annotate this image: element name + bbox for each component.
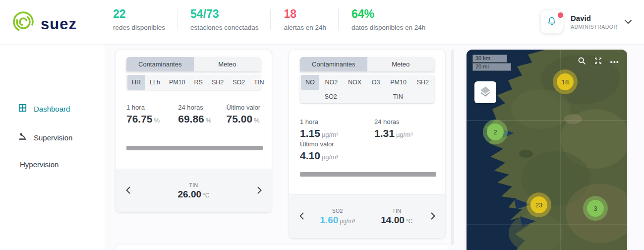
user-info[interactable]: David ADMINISTRADOR: [571, 14, 622, 30]
card1-stats: 1 hora 76.75% 24 horas 69.86% Último val…: [126, 104, 261, 125]
stat-24-horas: 24 horas 69.86%: [178, 104, 226, 125]
user-name: David: [571, 14, 622, 22]
tab-meteo[interactable]: Meteo: [194, 57, 261, 71]
stat-label: 1 hora: [126, 104, 178, 111]
param-chip-pm10[interactable]: PM10: [386, 75, 411, 90]
map-marker-cluster[interactable]: 2: [487, 124, 504, 140]
stat-24-horas: 24 horas 1.31µg/m³: [374, 118, 434, 139]
stat-alertas: 18 alertas en 24h: [284, 7, 338, 31]
tab-contaminantes[interactable]: Contaminantes: [300, 57, 367, 71]
tab-contaminantes[interactable]: Contaminantes: [126, 57, 194, 71]
chevron-left-icon: [299, 212, 304, 221]
param-chip-o3[interactable]: O3: [367, 75, 385, 90]
footer-value-tin: TIN 14.00°C: [367, 208, 427, 226]
bell-icon: [546, 16, 557, 28]
notifications-button[interactable]: [541, 10, 563, 33]
param-chip-so2[interactable]: SO2: [300, 90, 362, 103]
param-chip-no[interactable]: NO: [301, 75, 319, 90]
stat-value: 75.00%: [227, 113, 261, 125]
search-icon: [578, 57, 586, 66]
card2-footer: SO2 1.60µg/m³ TIN 14.00°C: [289, 194, 445, 238]
stat-alertas-value: 18: [284, 7, 326, 21]
stat-1-hora: 1 hora 76.75%: [126, 104, 178, 125]
suez-wordmark: suez: [41, 14, 77, 32]
param-chip-no2[interactable]: NO2: [321, 75, 343, 90]
sidebar-item-supervision[interactable]: Supervision: [18, 132, 72, 143]
stat-estaciones-value: 54/73: [190, 7, 258, 21]
chevron-left-icon: [126, 187, 130, 195]
vertical-scrollbar[interactable]: [451, 50, 454, 245]
map-panel[interactable]: 30 km 20 mi ••• 18 2 23 3: [467, 50, 627, 250]
prev-param-button[interactable]: [121, 185, 134, 197]
header-stats: 22 redes disponibles 54/73 estaciones co…: [113, 7, 437, 31]
station-card-1: Contaminantes Meteo HR LLh PM10 RS SH2 S…: [116, 50, 272, 212]
card2-stats: 1 hora 1.15µg/m³ 24 horas 1.31µg/m³ Últi…: [300, 118, 434, 162]
param-chip-nox[interactable]: NOX: [344, 75, 366, 90]
map-scale-mi: 20 mi: [472, 63, 511, 71]
suez-logo[interactable]: suez: [11, 9, 77, 36]
next-card-edge: [116, 245, 449, 250]
next-param-button[interactable]: [253, 185, 266, 197]
card2-tabbar: Contaminantes Meteo: [300, 57, 434, 71]
prev-param-button[interactable]: [295, 210, 308, 223]
sidebar-item-dashboard[interactable]: Dashboard: [18, 103, 70, 114]
satellite-map: [467, 50, 627, 250]
station-card-2: Contaminantes Meteo NO NO2 NOX O3 PM10 S…: [289, 50, 445, 238]
sidebar-item-label: Dashboard: [34, 105, 70, 113]
param-chip-rs[interactable]: RS: [190, 75, 207, 90]
map-marker-cluster[interactable]: 3: [587, 200, 604, 217]
stat-value: 76.75%: [126, 113, 178, 125]
stat-label: Último valor: [227, 104, 261, 111]
stat-datos-label: datos disponibles en 24h: [351, 24, 425, 31]
param-chip-tin[interactable]: TIN: [362, 90, 434, 103]
user-area: David ADMINISTRADOR: [541, 10, 634, 33]
param-chip-tin[interactable]: TIN: [249, 75, 268, 90]
user-menu-button[interactable]: [622, 15, 634, 28]
footer-param-label: SO2: [308, 208, 367, 214]
map-layers-button[interactable]: [474, 81, 496, 103]
param-chip-sh2[interactable]: SH2: [412, 75, 433, 90]
param-chip-pm10[interactable]: PM10: [165, 75, 190, 90]
map-marker-cluster[interactable]: 18: [557, 73, 574, 90]
stat-label: 24 horas: [178, 104, 226, 111]
stat-redes-value: 22: [113, 7, 165, 21]
map-scale-km: 30 km: [472, 55, 507, 62]
card1-progress-bar: [126, 146, 263, 150]
stat-ultimo-valor: Último valor 4.10µg/m³: [300, 140, 374, 162]
chevron-down-icon: [624, 17, 632, 26]
sidebar-item-label: Hypervision: [20, 160, 59, 169]
stat-redes-label: redes disponibles: [113, 24, 165, 31]
footer-param-label: TIN: [367, 208, 427, 214]
stat-divider: [270, 9, 271, 30]
stat-label: Último valor: [300, 140, 374, 148]
stat-label: 24 horas: [374, 118, 434, 125]
sidebar: Dashboard Supervision Hypervision: [0, 45, 105, 250]
sidebar-item-hypervision[interactable]: Hypervision: [20, 160, 59, 169]
map-marker-cluster[interactable]: 23: [530, 196, 547, 213]
map-toolbar: •••: [578, 57, 619, 66]
param-chip-so2[interactable]: SO2: [228, 75, 249, 90]
param-chip-hr[interactable]: HR: [127, 75, 145, 90]
map-search-button[interactable]: [578, 57, 586, 66]
user-role: ADMINISTRADOR: [571, 24, 622, 30]
map-more-button[interactable]: •••: [610, 58, 619, 65]
map-fullscreen-button[interactable]: [594, 57, 602, 66]
tab-meteo[interactable]: Meteo: [367, 57, 435, 71]
footer-param-label: TIN: [134, 182, 253, 188]
card2-progress-bar: [300, 172, 436, 177]
param-chip-llh[interactable]: LLh: [145, 75, 165, 90]
dashboard-grid-icon: [18, 103, 27, 114]
stat-estaciones: 54/73 estaciones conectadas: [190, 7, 270, 31]
stat-alertas-label: alertas en 24h: [284, 24, 326, 31]
fullscreen-icon: [594, 57, 602, 66]
stat-value: 4.10µg/m³: [300, 150, 374, 162]
stat-estaciones-label: estaciones conectadas: [190, 24, 258, 31]
param-chip-sh2[interactable]: SH2: [207, 75, 228, 90]
card1-tabbar: Contaminantes Meteo: [126, 57, 261, 71]
stat-datos: 64% datos disponibles en 24h: [351, 7, 437, 31]
next-param-button[interactable]: [426, 210, 439, 223]
stat-ultimo-valor: Último valor 75.00%: [227, 104, 261, 125]
stat-value: 1.31µg/m³: [374, 127, 434, 139]
sidebar-item-label: Supervision: [34, 133, 72, 142]
footer-value: 1.60µg/m³: [308, 215, 367, 226]
